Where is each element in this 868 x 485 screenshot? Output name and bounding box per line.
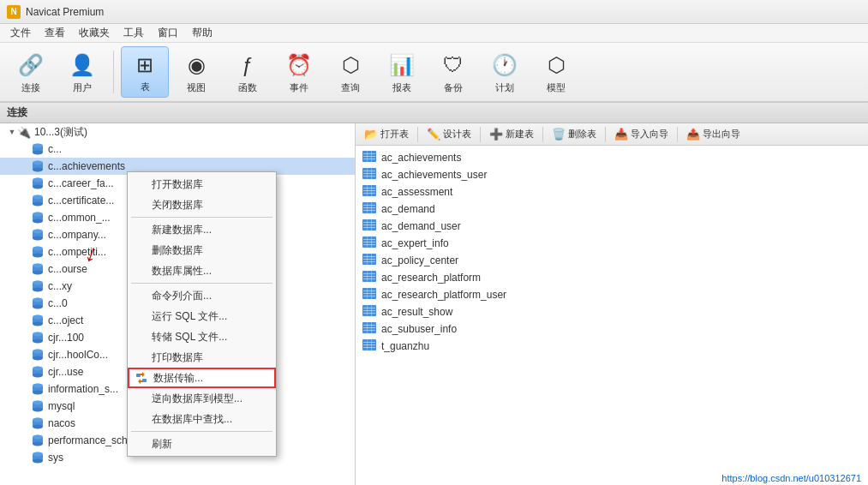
report-label: 报表: [392, 81, 411, 94]
svg-rect-145: [363, 347, 375, 348]
svg-rect-132: [363, 310, 375, 311]
table-item-ac_achievements_user[interactable]: ac_achievements_user: [356, 166, 868, 183]
model-icon: ⬡: [541, 50, 572, 80]
tree-label: c...achievements: [48, 160, 125, 172]
table-item-ac_result_show[interactable]: ac_result_show: [356, 303, 868, 320]
table-item-ac_subuser_info[interactable]: ac_subuser_info: [356, 320, 868, 338]
ctx-item-close-db[interactable]: 关闭数据库: [128, 195, 276, 215]
table-name: t_guanzhu: [381, 340, 429, 352]
tree-item-c1[interactable]: ▶ c...: [0, 141, 355, 158]
tree-item-root[interactable]: ▼🔌10...3(测试): [0, 123, 355, 141]
ctx-item-new-db[interactable]: 新建数据库...: [128, 219, 276, 240]
menu-item-工具[interactable]: 工具: [117, 24, 151, 42]
right-toolbar-btn-design-table[interactable]: ✏️设计表: [422, 126, 476, 142]
toolbar-btn-function[interactable]: ƒ函数: [224, 46, 272, 98]
table-item-ac_policy_center[interactable]: ac_policy_center: [356, 252, 868, 269]
toolbar-btn-event[interactable]: ⏰事件: [275, 46, 323, 98]
table-item-ac_research_platform[interactable]: ac_research_platform: [356, 269, 868, 286]
table-item-ac_expert_info[interactable]: ac_expert_info: [356, 235, 868, 252]
toolbar-btn-table[interactable]: ⊞表: [121, 46, 169, 98]
db-icon: [31, 177, 45, 190]
ctx-item-reverse[interactable]: 逆向数据库到模型...: [128, 388, 276, 409]
table-icon: [362, 271, 376, 284]
table-item-ac_demand[interactable]: ac_demand: [356, 201, 868, 218]
db-icon: [31, 451, 45, 464]
table-item-ac_demand_user[interactable]: ac_demand_user: [356, 218, 868, 235]
svg-point-39: [33, 298, 43, 302]
tree-arrow: ▶: [21, 367, 31, 377]
ctx-item-data-transfer[interactable]: 数据传输...: [128, 368, 276, 388]
toolbar-btn-schedule[interactable]: 🕐计划: [481, 46, 529, 98]
svg-rect-137: [363, 325, 375, 326]
right-toolbar-btn-new-table[interactable]: ➕新建表: [484, 126, 539, 142]
ctx-item-refresh[interactable]: 刷新: [128, 434, 276, 454]
toolbar-btn-user[interactable]: 👤用户: [58, 46, 106, 98]
ctx-item-delete-db[interactable]: 删除数据库: [128, 240, 276, 260]
tree-label: c...: [48, 143, 62, 155]
menu-item-收藏夹[interactable]: 收藏夹: [72, 24, 117, 42]
svg-point-62: [33, 408, 43, 412]
table-item-ac_assessment[interactable]: ac_assessment: [356, 183, 868, 201]
svg-point-6: [33, 168, 43, 172]
event-label: 事件: [290, 81, 308, 94]
table-icon: [362, 237, 376, 250]
ctx-item-db-props[interactable]: 数据库属性...: [128, 260, 276, 281]
svg-point-26: [33, 254, 43, 258]
delete-db-ctx-icon: [133, 243, 147, 257]
svg-rect-98: [367, 202, 368, 213]
toolbar-btn-model[interactable]: ⬡模型: [532, 46, 580, 98]
svg-rect-117: [371, 254, 372, 265]
table-item-ac_research_platform_user[interactable]: ac_research_platform_user: [356, 286, 868, 303]
svg-point-23: [33, 230, 43, 234]
toolbar-btn-view[interactable]: ◉视图: [172, 46, 220, 98]
tree-arrow: ▶: [21, 213, 31, 223]
svg-point-18: [33, 219, 43, 224]
open-db-ctx-icon: [133, 177, 147, 191]
toolbar: 🔗连接👤用户⊞表◉视图ƒ函数⏰事件⬡查询📊报表🛡备份🕐计划⬡模型: [0, 43, 868, 103]
ctx-item-run-sql[interactable]: 运行 SQL 文件...: [128, 306, 276, 326]
db-icon: [31, 245, 45, 259]
refresh-label: 刷新: [152, 437, 172, 452]
menu-item-窗口[interactable]: 窗口: [151, 24, 185, 42]
svg-point-11: [33, 178, 43, 183]
status-bar: https://blog.csdn.net/u010312671: [715, 471, 868, 485]
toolbar-btn-backup[interactable]: 🛡备份: [429, 46, 477, 98]
ctx-item-find-in-db[interactable]: 在数据库中查找...: [128, 409, 276, 429]
svg-rect-77: [363, 153, 375, 154]
right-toolbar-btn-import-wizard[interactable]: 📥导入向导: [609, 126, 673, 142]
ctx-item-open-db[interactable]: 打开数据库: [128, 174, 276, 195]
find-in-db-label: 在数据库中查找...: [152, 412, 232, 427]
svg-point-19: [33, 213, 43, 217]
table-icon: [362, 185, 376, 199]
db-icon: [31, 159, 45, 173]
menu-item-文件[interactable]: 文件: [3, 24, 38, 42]
svg-rect-144: [363, 344, 375, 345]
tree-arrow: ▼: [7, 127, 17, 137]
tree-label: c...ourse: [48, 263, 87, 275]
svg-rect-102: [363, 225, 375, 225]
app-title: Navicat Premium: [26, 6, 104, 18]
menu-item-帮助[interactable]: 帮助: [185, 24, 219, 42]
toolbar-btn-report[interactable]: 📊报表: [378, 46, 426, 98]
svg-point-42: [33, 322, 43, 326]
backup-icon: 🛡: [438, 50, 469, 80]
open-db-label: 打开数据库: [152, 177, 203, 192]
tree-label: 10...3(测试): [34, 125, 87, 140]
ctx-item-cmd[interactable]: 命令列介面...: [128, 285, 276, 306]
menu-item-查看[interactable]: 查看: [38, 24, 72, 42]
ctx-item-convert-sql[interactable]: 转储 SQL 文件...: [128, 326, 276, 347]
table-item-ac_achievements[interactable]: ac_achievements: [356, 149, 868, 166]
svg-rect-110: [367, 237, 368, 248]
right-toolbar-btn-open-table[interactable]: 📂打开表: [359, 126, 414, 142]
toolbar-btn-query[interactable]: ⬡查询: [326, 46, 374, 98]
svg-rect-87: [371, 168, 372, 179]
tree-label: nacos: [48, 417, 75, 429]
schedule-icon: 🕐: [489, 50, 520, 80]
svg-rect-103: [363, 227, 375, 228]
run-sql-label: 运行 SQL 文件...: [152, 309, 227, 324]
right-toolbar-btn-export-wizard[interactable]: 📤导出向导: [681, 126, 745, 142]
right-toolbar-btn-delete-table[interactable]: 🗑️删除表: [547, 126, 602, 142]
ctx-item-print-db[interactable]: 打印数据库: [128, 347, 276, 368]
toolbar-btn-connect[interactable]: 🔗连接: [7, 46, 55, 98]
table-item-t_guanzhu[interactable]: t_guanzhu: [356, 338, 868, 355]
